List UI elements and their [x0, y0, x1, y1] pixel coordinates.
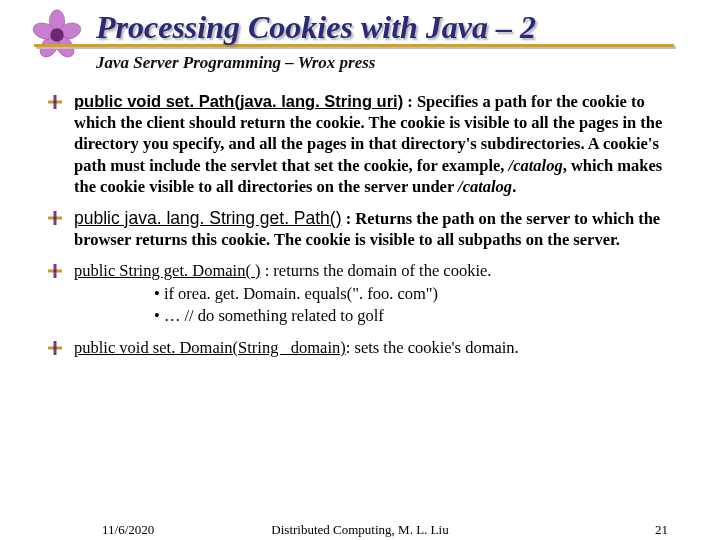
- description-text: : sets the cookie's domain.: [346, 338, 519, 357]
- svg-rect-17: [54, 346, 57, 349]
- sub-list-item: if orea. get. Domain. equals(". foo. com…: [154, 283, 686, 304]
- list-item: public void set. Domain(String _domain):…: [48, 337, 686, 358]
- slide: Processing Cookies with Java – 2 Java Se…: [0, 0, 720, 540]
- list-item: public void set. Path(java. lang. String…: [48, 91, 686, 197]
- footer-center: Distributed Computing, M. L. Liu: [0, 522, 720, 538]
- footer-page-number: 21: [655, 522, 668, 538]
- sub-list-item: … // do something related to golf: [154, 305, 686, 326]
- page-title: Processing Cookies with Java – 2: [96, 10, 720, 45]
- sub-list: if orea. get. Domain. equals(". foo. com…: [74, 283, 686, 326]
- svg-rect-8: [54, 101, 57, 104]
- flower-icon: [28, 6, 86, 64]
- list-item: public String get. Domain( ) : returns t…: [48, 260, 686, 326]
- bullet-icon: [48, 264, 62, 278]
- description-text: : returns the domain of the cookie.: [261, 261, 492, 280]
- header: Processing Cookies with Java – 2 Java Se…: [0, 0, 720, 73]
- svg-rect-11: [54, 216, 57, 219]
- bullet-icon: [48, 211, 62, 225]
- method-signature: public void set. Path(java. lang. String…: [74, 92, 403, 110]
- method-signature: public java. lang. String get. Path(): [74, 208, 342, 228]
- bullet-list: public void set. Path(java. lang. String…: [48, 91, 686, 357]
- svg-rect-14: [54, 270, 57, 273]
- bullet-icon: [48, 95, 62, 109]
- method-signature: public void set. Domain(String _domain): [74, 338, 346, 357]
- page-subtitle: Java Server Programming – Wrox press: [96, 53, 720, 73]
- content-area: public void set. Path(java. lang. String…: [48, 91, 686, 357]
- method-signature: public String get. Domain( ): [74, 261, 261, 280]
- list-item: public java. lang. String get. Path() : …: [48, 207, 686, 251]
- bullet-icon: [48, 341, 62, 355]
- svg-point-5: [50, 28, 64, 42]
